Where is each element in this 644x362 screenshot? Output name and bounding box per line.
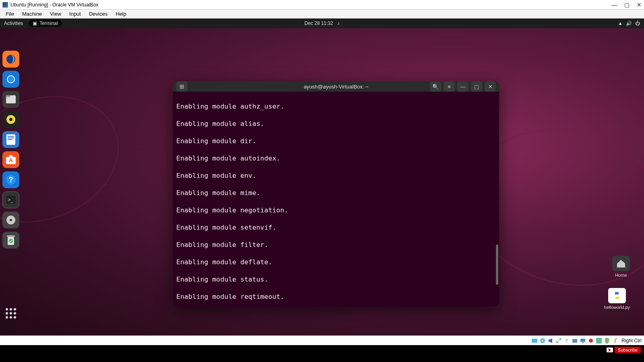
dock: A ? >_	[2, 51, 19, 249]
dock-firefox[interactable]	[2, 51, 19, 68]
maximize-button[interactable]: ▢	[624, 2, 630, 8]
terminal-maximize-button[interactable]: ▢	[471, 81, 482, 92]
svg-rect-9	[8, 138, 14, 138]
svg-point-6	[9, 118, 12, 121]
activities-button[interactable]: Activities	[4, 21, 23, 26]
svg-point-2	[8, 76, 14, 82]
terminal-line: Enabling module filter.	[176, 241, 496, 249]
status-recording-icon[interactable]	[588, 337, 594, 344]
host-key-label: Right Ctrl	[621, 338, 642, 343]
terminal-scrollbar[interactable]	[496, 245, 498, 285]
status-display-icon[interactable]	[580, 337, 586, 344]
dock-libreoffice-writer[interactable]	[2, 131, 19, 148]
dock-files[interactable]	[2, 91, 19, 108]
active-app-label: Terminal	[39, 21, 58, 26]
terminal-title: ayush@ayush-VirtualBox: ~	[304, 84, 369, 90]
svg-rect-26	[549, 339, 550, 342]
youtube-icon	[607, 348, 613, 352]
status-shared-icon[interactable]	[572, 337, 578, 344]
desktop-python-file-label: helloworld.py	[604, 305, 630, 310]
dock-terminal[interactable]: >_	[2, 191, 19, 208]
terminal-line: Enabling module alias.	[176, 119, 496, 128]
active-app-indicator[interactable]: ▣ Terminal	[29, 20, 62, 27]
terminal-line: Enabling module autoindex.	[176, 154, 496, 163]
menu-input[interactable]: Input	[66, 10, 84, 18]
svg-rect-28	[559, 338, 561, 340]
desktop-home-icon[interactable]: Home	[612, 256, 630, 278]
menu-file[interactable]: File	[2, 10, 17, 18]
power-icon[interactable]: ⏻	[635, 21, 640, 26]
volume-icon[interactable]: 🔊	[626, 21, 632, 26]
svg-rect-10	[8, 139, 12, 140]
video-overlay-bar: Subscribe	[0, 345, 644, 362]
network-icon[interactable]: ▲	[618, 21, 623, 26]
status-network-icon[interactable]	[555, 337, 562, 344]
terminal-search-button[interactable]: 🔍	[430, 81, 441, 92]
terminal-minimize-button[interactable]: —	[457, 81, 469, 92]
terminal-line: Enabling module negotiation.	[176, 206, 496, 215]
terminal-new-tab-button[interactable]: ⊞	[176, 81, 188, 92]
svg-text:?: ?	[9, 176, 13, 184]
dock-thunderbird[interactable]	[2, 71, 19, 88]
show-applications-button[interactable]	[6, 308, 18, 320]
host-titlebar: Ubuntu [Running] - Oracle VM VirtualBox …	[0, 0, 644, 10]
svg-point-34	[615, 342, 615, 343]
status-mouse-icon[interactable]	[604, 337, 610, 344]
terminal-header[interactable]: ⊞ ayush@ayush-VirtualBox: ~ 🔍 ≡ — ▢ ✕	[173, 81, 499, 92]
terminal-close-button[interactable]: ✕	[485, 81, 496, 92]
vm-screen: Activities ▣ Terminal Dec 28 11:32 ♪ ▲ 🔊…	[0, 19, 644, 336]
terminal-line: Enabling module deflate.	[176, 258, 496, 267]
status-audio-icon[interactable]	[547, 337, 554, 344]
terminal-body[interactable]: Enabling module authz_user. Enabling mod…	[173, 92, 499, 306]
status-vrde-icon[interactable]	[596, 337, 602, 344]
svg-rect-8	[8, 136, 14, 137]
svg-rect-33	[596, 338, 602, 343]
menu-view[interactable]: View	[47, 10, 64, 18]
terminal-line: Enabling module status.	[176, 275, 496, 284]
terminal-line: Enabling module reqtimeout.	[176, 292, 496, 301]
svg-point-19	[10, 219, 12, 221]
status-optical-icon[interactable]	[539, 337, 546, 344]
svg-rect-4	[6, 95, 10, 97]
clock[interactable]: Dec 28 11:32	[304, 21, 333, 26]
notification-icon[interactable]: ♪	[337, 21, 340, 26]
host-window-title: Ubuntu [Running] - Oracle VM VirtualBox	[10, 2, 611, 8]
status-hd-icon[interactable]	[531, 337, 538, 344]
menu-devices[interactable]: Devices	[86, 10, 111, 18]
close-button[interactable]: ✕	[637, 2, 642, 8]
svg-point-32	[589, 339, 593, 343]
gnome-topbar: Activities ▣ Terminal Dec 28 11:32 ♪ ▲ 🔊…	[0, 19, 644, 28]
host-statusbar: Right Ctrl	[0, 335, 644, 345]
menu-machine[interactable]: Machine	[19, 10, 45, 18]
subscribe-button[interactable]: Subscribe	[615, 347, 641, 353]
svg-text:>_: >_	[8, 197, 13, 203]
dock-rhythmbox[interactable]	[2, 111, 19, 128]
svg-point-25	[542, 340, 543, 341]
terminal-menu-button[interactable]: ≡	[444, 81, 455, 92]
dock-trash[interactable]	[2, 232, 19, 249]
svg-rect-23	[532, 339, 537, 343]
terminal-line: Enabling module dir.	[176, 137, 496, 146]
dock-disk[interactable]	[2, 212, 19, 228]
terminal-window: ⊞ ayush@ayush-VirtualBox: ~ 🔍 ≡ — ▢ ✕ En…	[173, 81, 499, 306]
dock-ubuntu-software[interactable]: A	[2, 151, 19, 168]
menu-help[interactable]: Help	[112, 10, 130, 18]
terminal-line: Enabling module authz_user.	[176, 102, 496, 111]
host-menubar: File Machine View Input Devices Help	[0, 10, 644, 19]
terminal-line: Enabling module env.	[176, 171, 496, 180]
terminal-line: Enabling module mime.	[176, 189, 496, 197]
terminal-icon: ▣	[33, 21, 37, 26]
svg-rect-30	[580, 339, 585, 342]
status-keyboard-icon[interactable]	[612, 337, 618, 344]
minimize-button[interactable]: —	[611, 2, 617, 8]
svg-rect-31	[582, 342, 584, 343]
svg-rect-21	[7, 235, 15, 237]
svg-text:A: A	[9, 157, 13, 163]
dock-help[interactable]: ?	[2, 171, 19, 188]
desktop-python-file-icon[interactable]: helloworld.py	[604, 288, 630, 310]
virtualbox-icon	[2, 2, 8, 8]
status-usb-icon[interactable]	[564, 337, 570, 344]
svg-rect-27	[556, 341, 558, 343]
desktop-home-label: Home	[615, 273, 627, 278]
terminal-line: Enabling module setenvif.	[176, 223, 496, 232]
